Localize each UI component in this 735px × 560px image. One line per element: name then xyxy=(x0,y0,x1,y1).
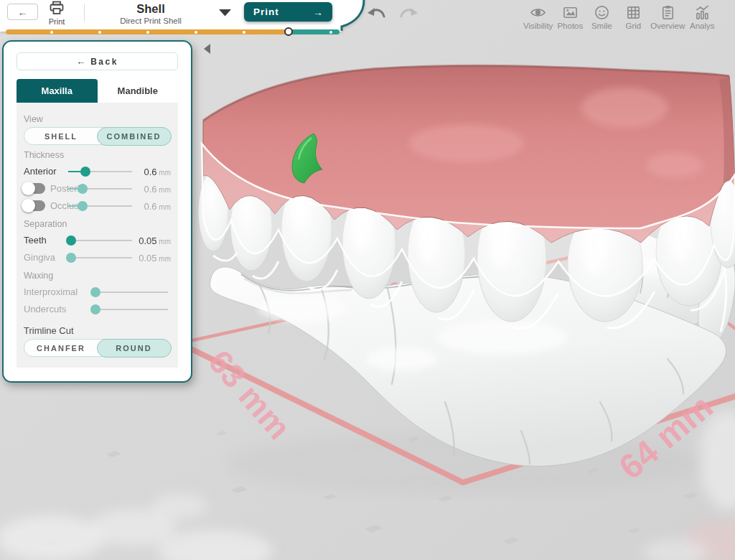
view-section-label: View xyxy=(24,114,171,124)
progress-step-dot[interactable] xyxy=(146,31,149,34)
smile-icon xyxy=(594,4,610,21)
print-button[interactable]: Print → xyxy=(244,2,332,22)
print-button-label: Print xyxy=(253,6,279,17)
slider-thumb[interactable] xyxy=(66,235,76,246)
row-interproximal: Interproximal xyxy=(24,284,171,300)
toolbar-divider xyxy=(84,4,85,22)
redo-icon[interactable] xyxy=(398,6,419,22)
printer-icon xyxy=(49,1,65,15)
step-title-block: Shell Direct Print Shell xyxy=(97,2,205,25)
back-button[interactable]: ← xyxy=(7,4,38,20)
tool-label: Analys xyxy=(690,22,715,30)
slider-track xyxy=(68,257,132,258)
row-occlusal: Occlusal0.6 mm xyxy=(24,197,171,214)
occlusal-value: 0.6 mm xyxy=(135,200,171,213)
tool-smile-button[interactable]: Smile xyxy=(586,4,617,30)
back-arrow-icon: ← xyxy=(18,6,28,18)
thickness-section-label: Thickness xyxy=(24,150,171,160)
interproximal-slider[interactable] xyxy=(93,287,168,297)
visibility-icon xyxy=(530,4,546,21)
slider-thumb[interactable] xyxy=(66,253,76,263)
option-chanfer[interactable]: CHANFER xyxy=(24,340,98,356)
undercuts-label: Undercuts xyxy=(24,304,90,314)
posterior-toggle[interactable] xyxy=(24,183,45,194)
row-posterior: Posterior0.6 mm xyxy=(24,180,171,197)
gingiva-slider[interactable] xyxy=(68,253,132,263)
slider-thumb[interactable] xyxy=(78,184,88,194)
teeth-value: 0.05 mm xyxy=(135,234,171,247)
separation-section-label: Separation xyxy=(24,219,171,229)
view-segmented-control: SHELLCOMBINED xyxy=(24,127,171,145)
row-anterior: Anterior0.6 mm xyxy=(24,163,171,179)
slider-thumb[interactable] xyxy=(78,201,88,211)
gingiva-label: Gingiva xyxy=(24,252,65,263)
undo-icon[interactable] xyxy=(366,6,388,22)
tool-visibility-button[interactable]: Visibility xyxy=(522,4,554,30)
gingiva-value: 0.05 mm xyxy=(135,251,171,264)
interproximal-label: Interproximal xyxy=(24,286,90,297)
occlusal-toggle[interactable] xyxy=(24,200,45,211)
row-teeth: Teeth0.05 mm xyxy=(24,232,171,248)
progress-step-dot[interactable] xyxy=(195,31,197,34)
slider-thumb[interactable] xyxy=(80,167,90,177)
trimline-segmented-control: CHANFERROUND xyxy=(24,339,171,357)
occlusal-slider[interactable] xyxy=(68,201,132,211)
posterior-label: Posterior xyxy=(50,183,65,194)
step-subtitle: Direct Print Shell xyxy=(97,17,205,25)
slider-thumb[interactable] xyxy=(90,304,100,314)
anterior-slider[interactable] xyxy=(68,167,132,177)
tool-analysis-button[interactable]: Analys xyxy=(686,4,718,30)
option-shell[interactable]: SHELL xyxy=(24,128,98,144)
slider-thumb[interactable] xyxy=(90,287,100,297)
trimline-section-label: Trimline Cut xyxy=(24,325,171,336)
row-gingiva: Gingiva0.05 mm xyxy=(24,249,171,266)
progress-step-dot[interactable] xyxy=(329,31,332,34)
tool-grid-button[interactable]: Grid xyxy=(617,4,649,30)
print-tool-button[interactable]: Print xyxy=(43,1,70,26)
undercuts-slider[interactable] xyxy=(93,304,168,314)
grid-icon xyxy=(625,4,642,21)
tool-overview-button[interactable]: Overview xyxy=(649,4,686,30)
jaw-tabs: MaxillaMandible xyxy=(17,79,178,103)
option-combined[interactable]: COMBINED xyxy=(97,127,172,146)
progress-step-dot[interactable] xyxy=(98,31,101,34)
tool-label: Grid xyxy=(625,22,641,30)
toggle-knob xyxy=(22,199,35,213)
step-title: Shell xyxy=(97,2,205,16)
workflow-progress-bar[interactable] xyxy=(6,29,340,34)
slider-track xyxy=(93,291,168,293)
tool-label: Photos xyxy=(557,22,583,30)
panel-back-button[interactable]: ← Back xyxy=(17,52,178,70)
panel-content: View SHELLCOMBINED Thickness Anterior0.6… xyxy=(17,103,178,368)
option-round[interactable]: ROUND xyxy=(97,339,172,358)
top-toolbar: ← Print Shell Direct Print Shell Print → xyxy=(0,0,366,32)
view-tools: VisibilityPhotosSmileGridOverviewAnalys xyxy=(522,4,718,30)
panel-collapse-arrow-icon[interactable] xyxy=(204,44,210,54)
history-toolbar xyxy=(366,6,419,22)
slider-track xyxy=(93,309,168,310)
occlusal-label: Occlusal xyxy=(50,200,65,211)
progress-current-step[interactable] xyxy=(284,27,293,36)
posterior-value: 0.6 mm xyxy=(135,182,171,195)
progress-step-dot[interactable] xyxy=(50,31,53,34)
photos-icon xyxy=(562,4,579,21)
print-tool-label: Print xyxy=(43,17,70,26)
progress-step-dot[interactable] xyxy=(243,31,245,34)
tool-photos-button[interactable]: Photos xyxy=(554,4,586,30)
tab-maxilla[interactable]: Maxilla xyxy=(17,79,98,103)
back-arrow-icon: ← xyxy=(76,56,85,67)
tool-label: Overview xyxy=(650,22,685,30)
posterior-slider[interactable] xyxy=(68,184,132,194)
analysis-icon xyxy=(694,4,711,21)
overview-icon xyxy=(660,4,676,21)
teeth-label: Teeth xyxy=(24,235,65,246)
anterior-value: 0.6 mm xyxy=(135,165,171,178)
tab-mandible[interactable]: Mandible xyxy=(98,79,179,103)
tool-label: Smile xyxy=(591,22,612,30)
teeth-slider[interactable] xyxy=(68,235,132,246)
shell-settings-panel: ← Back MaxillaMandible View SHELLCOMBINE… xyxy=(2,40,192,383)
anterior-label: Anterior xyxy=(24,166,65,177)
chevron-down-icon[interactable] xyxy=(219,9,231,17)
app-window: 64 mm SIDE 63 mm 64 mm xyxy=(0,0,735,560)
tool-label: Visibility xyxy=(523,22,553,30)
